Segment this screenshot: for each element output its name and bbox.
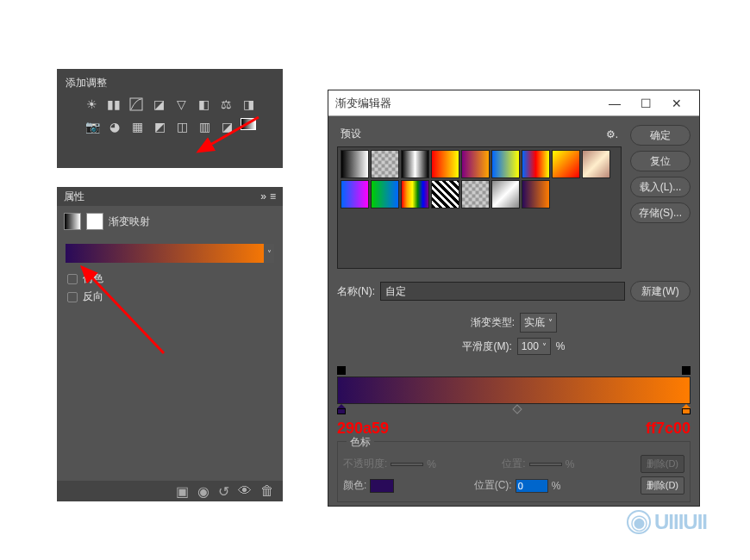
bw-icon[interactable]: ◨ — [240, 96, 257, 113]
preset-swatch[interactable] — [552, 150, 580, 178]
levels-icon[interactable]: ▮▮ — [105, 96, 122, 113]
lookup-icon[interactable]: ▦ — [128, 118, 146, 135]
preset-swatch[interactable] — [341, 150, 369, 178]
color-stop-left[interactable] — [337, 404, 346, 414]
presets-label: 预设 — [341, 127, 361, 141]
reset-icon[interactable]: ↺ — [218, 483, 229, 500]
gradient-type-label: 渐变类型: — [471, 315, 515, 330]
minimize-button[interactable]: — — [599, 91, 630, 115]
preset-swatch[interactable] — [491, 180, 520, 208]
color-label: 颜色: — [343, 478, 366, 493]
opacity-stop-right[interactable] — [682, 366, 691, 375]
channel-mixer-icon[interactable]: ◕ — [106, 118, 123, 135]
opacity-input — [391, 463, 423, 466]
close-button[interactable]: ✕ — [661, 91, 692, 115]
ok-button[interactable]: 确定 — [630, 125, 691, 146]
dialog-titlebar: 渐变编辑器 — ☐ ✕ — [328, 90, 699, 116]
stops-section: 色标 不透明度: % 位置: % 删除(D) 颜色: 位置(C): 0 % 删除… — [337, 441, 691, 502]
new-button[interactable]: 新建(W) — [630, 281, 691, 302]
dither-label: 仿色 — [83, 271, 103, 286]
bulb-icon: ◉ — [627, 510, 651, 534]
dialog-title: 渐变编辑器 — [335, 96, 599, 111]
trash-icon[interactable]: 🗑 — [260, 483, 274, 499]
gradient-editor-dialog: 渐变编辑器 — ☐ ✕ 预设 ⚙. — [328, 90, 700, 507]
adjustment-icons: ☀ ▮▮ ◪ ▽ ◧ ⚖ ◨ 📷 ◕ ▦ ◩ ◫ ▥ ◪ — [62, 96, 278, 135]
preset-swatch[interactable] — [522, 180, 550, 208]
name-label: 名称(N): — [337, 284, 375, 299]
gradient-map-label: 渐变映射 — [109, 215, 150, 229]
panel-collapse-icon[interactable]: » — [260, 190, 266, 202]
reset-button[interactable]: 复位 — [630, 151, 691, 171]
smoothness-label: 平滑度(M): — [462, 339, 511, 354]
delete-opacity-button: 删除(D) — [641, 455, 684, 473]
brightness-icon[interactable]: ☀ — [83, 96, 100, 113]
preset-swatch[interactable] — [341, 180, 369, 208]
properties-gradient-strip[interactable]: ˅ — [66, 244, 274, 263]
save-button[interactable]: 存储(S)... — [630, 202, 691, 223]
watermark: ◉ UIIIUII — [627, 510, 707, 534]
vibrance-icon[interactable]: ▽ — [172, 96, 190, 113]
position-c-label: 位置(C): — [474, 478, 512, 493]
preset-swatch[interactable] — [461, 150, 490, 178]
threshold-icon[interactable]: ▥ — [196, 118, 213, 135]
properties-header: 属性 »≡ — [57, 187, 283, 206]
name-input[interactable] — [380, 282, 625, 301]
preset-swatch[interactable] — [431, 180, 459, 208]
presets-gear-icon[interactable]: ⚙. — [606, 128, 618, 140]
presets-box — [337, 146, 622, 269]
posterize-icon[interactable]: ◫ — [173, 118, 191, 135]
maximize-button[interactable]: ☐ — [630, 91, 661, 115]
opacity-stop-left[interactable] — [337, 366, 346, 375]
color-swatch[interactable] — [370, 479, 394, 493]
invert-icon[interactable]: ◩ — [151, 118, 168, 135]
stops-label: 色标 — [347, 435, 374, 450]
reverse-label: 反向 — [83, 289, 103, 304]
opacity-label: 不透明度: — [343, 457, 387, 471]
clip-icon[interactable]: ▣ — [176, 483, 189, 500]
preset-swatch[interactable] — [401, 180, 429, 208]
properties-title: 属性 — [64, 190, 84, 204]
percent-label: % — [556, 340, 566, 352]
gradient-type-dropdown[interactable]: 实底 — [520, 313, 557, 333]
preset-swatch[interactable] — [491, 150, 520, 178]
color-stop-right[interactable] — [682, 404, 691, 414]
properties-panel: 属性 »≡ 渐变映射 ˅ 仿色 反向 ▣ ◉ ↺ 👁 🗑 — [57, 187, 283, 501]
gradient-bar[interactable] — [337, 376, 691, 404]
visibility-icon[interactable]: 👁 — [238, 483, 252, 499]
position-label: 位置: — [502, 457, 525, 471]
preset-swatch[interactable] — [461, 180, 490, 208]
mask-icon — [86, 213, 103, 230]
adjustments-panel: 添加调整 ☀ ▮▮ ◪ ▽ ◧ ⚖ ◨ 📷 ◕ ▦ ◩ ◫ ▥ ◪ — [57, 69, 283, 168]
preset-swatch[interactable] — [371, 180, 399, 208]
color-tag-right: ff7c00 — [646, 420, 691, 438]
adjustments-title: 添加调整 — [62, 74, 278, 96]
preset-swatch[interactable] — [522, 150, 550, 178]
midpoint-diamond[interactable] — [512, 404, 522, 414]
load-button[interactable]: 载入(L)... — [630, 177, 691, 197]
gradient-dropdown-icon[interactable]: ˅ — [264, 244, 274, 263]
curves-icon[interactable] — [128, 96, 145, 113]
preset-swatch[interactable] — [371, 150, 399, 178]
reverse-checkbox[interactable] — [67, 292, 78, 302]
view-prev-icon[interactable]: ◉ — [197, 483, 209, 500]
delete-color-button[interactable]: 删除(D) — [641, 476, 684, 495]
panel-menu-icon[interactable]: ≡ — [270, 190, 276, 202]
dither-checkbox[interactable] — [67, 274, 78, 284]
gradient-map-icon[interactable] — [241, 118, 256, 130]
exposure-icon[interactable]: ◪ — [150, 96, 167, 113]
balance-icon[interactable]: ⚖ — [217, 96, 234, 113]
gradient-map-type-row: 渐变映射 — [57, 206, 283, 237]
photo-filter-icon[interactable]: 📷 — [84, 118, 101, 135]
selective-icon[interactable]: ◪ — [218, 118, 235, 135]
hue-icon[interactable]: ◧ — [195, 96, 212, 113]
properties-footer: ▣ ◉ ↺ 👁 🗑 — [57, 481, 283, 501]
preset-swatch[interactable] — [401, 150, 429, 178]
preset-swatch[interactable] — [582, 150, 610, 178]
adj-layer-icon — [64, 213, 81, 230]
preset-swatch[interactable] — [431, 150, 459, 178]
smoothness-input[interactable]: 100 — [517, 338, 551, 355]
position-c-input[interactable]: 0 — [516, 479, 548, 493]
position-input — [529, 463, 562, 466]
